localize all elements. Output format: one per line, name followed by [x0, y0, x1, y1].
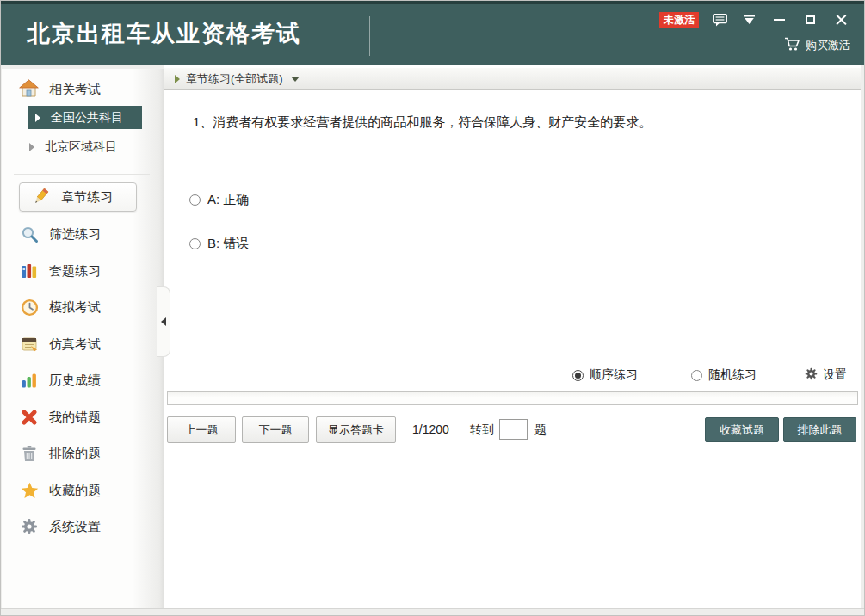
favorite-question-button[interactable]: 收藏试题 [705, 417, 779, 442]
option-a-radio[interactable] [189, 194, 201, 206]
title-divider [369, 16, 370, 56]
arrow-left-icon [161, 317, 166, 326]
sidebar-item-label: 我的错题 [49, 410, 101, 426]
sidebar-item-filter-practice[interactable]: 筛选练习 [19, 221, 148, 247]
sidebar-item-set-practice[interactable]: 套题练习 [19, 258, 148, 284]
skin-dropdown-icon[interactable] [740, 12, 757, 28]
settings-link[interactable]: 设置 [805, 367, 847, 383]
random-practice-label: 随机练习 [708, 367, 757, 383]
random-practice-option[interactable]: 随机练习 [691, 367, 757, 383]
red-cross-icon [19, 409, 40, 426]
breadcrumb[interactable]: 章节练习(全部试题) [164, 68, 861, 90]
sidebar-item-label: 系统设置 [49, 519, 101, 535]
books-icon [19, 262, 40, 280]
sequential-practice-option[interactable]: 顺序练习 [572, 367, 638, 383]
sidebar-item-label: 排除的题 [49, 446, 101, 462]
option-b-radio[interactable] [189, 238, 201, 249]
practice-mode-row: 顺序练习 随机练习 [572, 367, 847, 383]
main-content: 章节练习(全部试题) 1、消费者有权要求经营者提供的商品和服务，符合保障人身、财… [164, 65, 861, 608]
related-exams-label: 相关考试 [49, 82, 101, 98]
feedback-chat-icon[interactable] [711, 12, 728, 28]
sidebar-item-beijing-subjects[interactable]: 北京区域科目 [29, 137, 117, 157]
arrow-right-icon [29, 143, 34, 151]
question-progress-counter: 1/1200 [412, 422, 449, 436]
pencil-icon [30, 187, 51, 207]
activation-status-badge: 未激活 [659, 12, 699, 28]
option-a[interactable]: A: 正确 [189, 192, 249, 208]
app-title: 北京出租车从业资格考试 [27, 18, 301, 49]
home-icon [19, 79, 39, 100]
subject-label: 全国公共科目 [51, 110, 123, 126]
sidebar-item-label: 筛选练习 [49, 226, 101, 243]
sidebar-item-chapter-practice[interactable]: 章节练习 [19, 182, 137, 212]
notepad-icon [19, 336, 40, 353]
option-b[interactable]: B: 错误 [189, 236, 249, 252]
related-exams-header: 相关考试 [19, 79, 101, 100]
sidebar-item-excluded-questions[interactable]: 排除的题 [19, 440, 148, 466]
sequential-practice-label: 顺序练习 [590, 367, 638, 383]
breadcrumb-arrow-icon [175, 75, 180, 83]
gear-icon [19, 518, 40, 535]
question-text: 1、消费者有权要求经营者提供的商品和服务，符合保障人身、财产安全的要求。 [193, 113, 835, 132]
clock-icon [19, 299, 40, 317]
settings-label: 设置 [823, 367, 847, 383]
sidebar-item-my-mistakes[interactable]: 我的错题 [19, 404, 148, 430]
chevron-down-icon [291, 77, 300, 82]
trash-icon [19, 445, 40, 462]
show-answer-card-button[interactable]: 显示答题卡 [316, 416, 396, 443]
subject-label: 北京区域科目 [45, 139, 117, 155]
bottom-toolbar: 上一题 下一题 显示答题卡 1/1200 转到 题 收藏试题 排除此题 [164, 416, 861, 446]
sidebar-item-national-subjects[interactable]: 全国公共科目 [28, 106, 142, 129]
breadcrumb-label: 章节练习(全部试题) [186, 71, 283, 87]
minimize-button[interactable] [769, 12, 788, 28]
exclude-question-button[interactable]: 排除此题 [783, 417, 856, 442]
sidebar-divider [14, 174, 150, 175]
search-icon [19, 225, 40, 243]
sidebar-item-label: 模拟考试 [49, 299, 101, 316]
sidebar-item-history-scores[interactable]: 历史成绩 [19, 367, 148, 393]
goto-unit-label: 题 [534, 422, 547, 438]
close-button[interactable] [831, 12, 850, 28]
goto-question-input[interactable] [499, 419, 528, 440]
sidebar-item-label: 套题练习 [49, 263, 101, 280]
title-bar: 北京出租车从业资格考试 未激活 [1, 1, 864, 65]
sidebar-item-mock-exam[interactable]: 模拟考试 [19, 294, 148, 320]
arrow-right-icon [35, 114, 40, 122]
option-a-label: A: 正确 [207, 192, 249, 208]
sequential-practice-radio[interactable] [572, 370, 584, 381]
star-icon [19, 482, 40, 499]
sidebar-item-system-settings[interactable]: 系统设置 [19, 514, 148, 539]
titlebar-controls: 未激活 [659, 12, 850, 28]
option-b-label: B: 错误 [207, 236, 249, 252]
window-bottom-frame [1, 608, 864, 615]
buy-activation-button[interactable]: 购买激活 [784, 37, 850, 54]
bar-chart-icon [19, 372, 40, 389]
prev-question-button[interactable]: 上一题 [167, 416, 236, 443]
sidebar-item-label: 收藏的题 [49, 483, 101, 499]
settings-gear-icon [805, 367, 818, 383]
sidebar-collapse-handle[interactable] [157, 286, 170, 357]
buy-activation-label: 购买激活 [806, 38, 850, 53]
sidebar: 相关考试 全国公共科目 北京区域科目 [2, 69, 164, 608]
sidebar-item-simulation-exam[interactable]: 仿真考试 [19, 331, 148, 357]
sidebar-item-label: 仿真考试 [49, 336, 101, 353]
sidebar-item-label: 历史成绩 [49, 373, 101, 389]
app-window: 北京出租车从业资格考试 未激活 [0, 0, 865, 616]
cart-icon [784, 37, 800, 54]
goto-label: 转到 [470, 422, 494, 438]
maximize-button[interactable] [800, 12, 819, 28]
random-practice-radio[interactable] [691, 370, 702, 381]
sidebar-item-label: 章节练习 [61, 189, 113, 206]
next-question-button[interactable]: 下一题 [242, 416, 309, 443]
progress-bar [167, 391, 858, 405]
sidebar-item-favorite-questions[interactable]: 收藏的题 [19, 477, 148, 503]
